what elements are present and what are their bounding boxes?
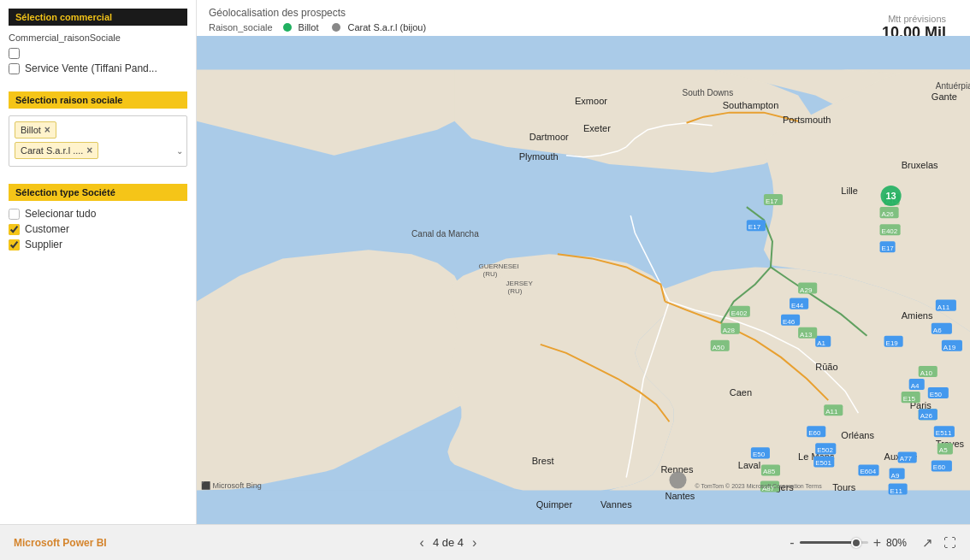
svg-text:Caen: Caen [730,387,752,398]
type-all-checkbox[interactable] [9,209,20,220]
type-all-label: Selecionar tudo [25,208,96,220]
type-customer-row: Customer [9,223,187,235]
svg-text:A28: A28 [723,327,736,334]
legend-billot-label: Billot [299,22,319,32]
svg-text:Gante: Gante [932,91,957,102]
commercial-cb1[interactable] [9,48,20,59]
tag-row-2: Carat S.a.r.l .... × ⌄ [13,140,183,161]
svg-text:E511: E511 [936,429,952,437]
svg-text:A77: A77 [900,455,913,463]
svg-text:Amiens: Amiens [902,310,933,321]
svg-text:A19: A19 [943,344,956,351]
zoom-out-button[interactable]: - [790,535,794,551]
svg-text:E60: E60 [933,463,946,471]
svg-text:JERSEY: JERSEY [506,280,534,287]
svg-text:E17: E17 [748,223,761,231]
type-customer-label: Customer [25,223,69,235]
legend-dot-carat [332,23,340,32]
commercial-cb2[interactable] [9,63,20,74]
share-button[interactable]: ↗ [922,535,933,551]
svg-text:Portsmouth: Portsmouth [783,115,831,125]
zoom-row: - + 80% [790,535,912,551]
zoom-in-button[interactable]: + [873,535,881,551]
svg-text:A10: A10 [920,369,933,377]
type-customer-checkbox[interactable] [9,224,20,235]
tag-container: Billot × Carat S.a.r.l .... × ⌄ [9,115,187,167]
map-header: Géolocalisation des prospects Raison_soc… [197,0,970,36]
svg-text:(RU): (RU) [482,270,497,278]
type-section-label: Sélection type Société [9,184,187,201]
svg-text:Nantes: Nantes [665,491,695,501]
svg-text:A26: A26 [920,412,933,420]
fullscreen-button[interactable]: ⛶ [943,535,956,550]
svg-text:Southampton: Southampton [723,100,779,110]
svg-text:E17: E17 [766,197,778,205]
tag-billot-close[interactable]: × [44,124,50,136]
svg-text:Rūão: Rūão [815,362,837,372]
svg-text:13: 13 [885,191,896,201]
svg-text:A29: A29 [800,286,813,294]
next-page-button[interactable]: › [472,535,476,551]
svg-text:E17: E17 [882,245,895,252]
svg-text:A5: A5 [939,446,948,454]
bottom-bar: Microsoft Power BI ‹ 4 de 4 › - + 80% ↗ … [0,524,970,560]
svg-text:Orléans: Orléans [841,430,874,440]
svg-text:Exeter: Exeter [583,123,611,133]
svg-text:A11: A11 [825,408,838,416]
legend-carat-label: Carat S.a.r.l (bijou) [347,22,426,32]
svg-text:Canal da Mancha: Canal da Mancha [411,229,479,239]
svg-text:⬛ Microsoft Bing: ⬛ Microsoft Bing [201,480,262,491]
type-supplier-label: Supplier [25,239,62,251]
tag-carat-close[interactable]: × [86,144,92,156]
svg-text:South Downs: South Downs [683,88,734,97]
commercial-field-label: Commercial_raisonSociale [9,32,187,43]
svg-text:E60: E60 [808,429,821,437]
svg-text:E402: E402 [731,309,748,317]
raison-chevron[interactable]: ⌄ [176,146,183,156]
zoom-slider-container[interactable] [800,538,868,548]
svg-text:Plymouth: Plymouth [519,151,559,162]
svg-text:Tours: Tours [832,482,855,492]
svg-text:© TomTom © 2023 Microsoft Corp: © TomTom © 2023 Microsoft Corporation Te… [695,483,823,490]
tag-billot-label: Billot [21,125,41,135]
svg-text:E502: E502 [817,446,833,454]
raison-section: Sélection raison sociale Billot × Carat … [9,91,187,167]
tag-carat[interactable]: Carat S.a.r.l .... × [15,142,98,159]
content-area: Mtt prévisions 10.00 Mil Sélection comme… [0,0,970,524]
zoom-fill [800,541,855,544]
svg-text:A6: A6 [933,327,942,334]
tag-billot[interactable]: Billot × [15,121,56,139]
bottom-left: Microsoft Power BI [14,537,107,549]
tag-carat-label: Carat S.a.r.l .... [21,145,83,156]
map-container[interactable]: Southampton Portsmouth Lille Bruxelas Ga… [197,36,970,524]
svg-text:Lille: Lille [841,186,858,196]
svg-text:A13: A13 [800,331,813,339]
svg-text:Quimper: Quimper [536,499,573,510]
legend-label: Raison_sociale [209,22,273,32]
svg-text:GUERNESEI: GUERNESEI [478,262,518,270]
map-image[interactable]: Southampton Portsmouth Lille Bruxelas Ga… [197,36,970,524]
legend-dot-billot [283,23,292,32]
svg-text:A1: A1 [817,339,825,347]
svg-text:E604: E604 [860,469,876,476]
map-svg: Southampton Portsmouth Lille Bruxelas Ga… [197,36,970,524]
svg-text:E11: E11 [890,487,903,495]
svg-text:A85: A85 [763,469,776,476]
svg-text:E46: E46 [783,318,796,326]
svg-text:Exmoor: Exmoor [575,96,607,106]
svg-text:(RU): (RU) [508,287,523,295]
svg-text:A4: A4 [911,382,920,390]
commercial-section: Sélection commercial Commercial_raisonSo… [9,9,187,74]
type-supplier-checkbox[interactable] [9,239,20,251]
bottom-right: - + 80% ↗ ⛶ [790,535,956,551]
svg-text:E19: E19 [886,339,899,347]
map-area: Géolocalisation des prospects Raison_soc… [197,0,970,524]
zoom-handle[interactable] [851,538,861,548]
page-info: 4 de 4 [433,536,464,549]
svg-text:Bruxelas: Bruxelas [902,160,938,170]
svg-text:E44: E44 [791,302,804,309]
prev-page-button[interactable]: ‹ [420,535,424,551]
powerbi-link[interactable]: Microsoft Power BI [14,537,107,549]
svg-text:E50: E50 [753,451,766,458]
svg-text:E15: E15 [903,395,916,403]
